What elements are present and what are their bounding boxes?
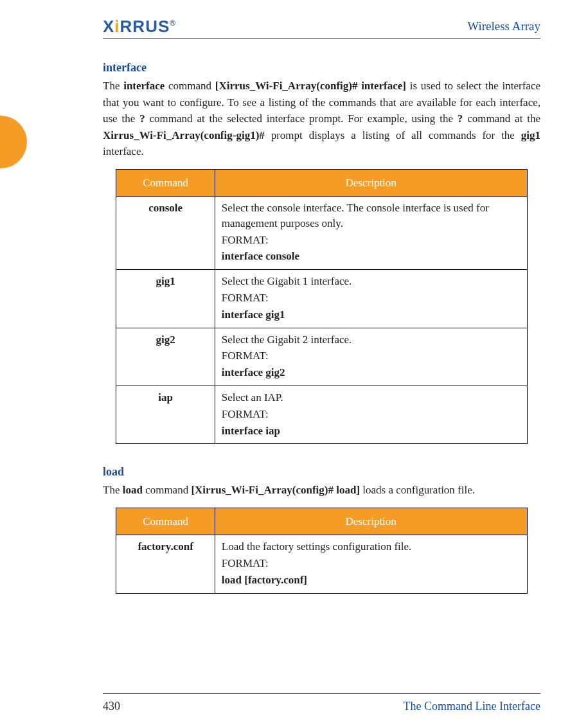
page-header: XiRRUS® Wireless Array: [103, 16, 540, 39]
page-content: interface The interface command [Xirrus_…: [103, 50, 540, 693]
logo-text: XiRRUS®: [103, 14, 176, 39]
cmd-cell: console: [116, 197, 215, 270]
desc-cell: Select an IAP.FORMAT:interface iap: [215, 386, 527, 443]
cmd-cell: iap: [116, 386, 215, 443]
logo-dot-icon: i: [114, 17, 120, 36]
col-command: Command: [116, 508, 215, 535]
col-command: Command: [116, 169, 215, 197]
table-row: gig1Select the Gigabit 1 interface.FORMA…: [116, 270, 527, 328]
table-row: iapSelect an IAP.FORMAT:interface iap: [116, 386, 527, 443]
load-table: Command Description factory.confLoad the…: [116, 508, 527, 594]
section-tab: [0, 116, 27, 168]
page-footer: 430 The Command Line Interface: [103, 693, 540, 715]
load-paragraph: The load command [Xirrus_Wi-Fi_Array(con…: [103, 482, 540, 499]
logo-reg: ®: [170, 19, 176, 28]
brand-logo: XiRRUS®: [103, 16, 176, 37]
logo-pre: X: [103, 17, 114, 36]
interface-paragraph: The interface command [Xirrus_Wi-Fi_Arra…: [103, 78, 540, 160]
col-description: Description: [215, 169, 527, 197]
section-heading-interface: interface: [103, 59, 540, 76]
table-row: factory.confLoad the factory settings co…: [116, 535, 527, 593]
table-row: consoleSelect the console interface. The…: [116, 197, 527, 270]
chapter-title: The Command Line Interface: [404, 698, 540, 715]
col-description: Description: [215, 508, 527, 535]
desc-cell: Select the Gigabit 1 interface.FORMAT:in…: [215, 270, 527, 328]
cmd-cell: factory.conf: [116, 535, 215, 593]
interface-table: Command Description consoleSelect the co…: [116, 169, 527, 445]
doc-title: Wireless Array: [467, 17, 540, 36]
logo-post: RRUS: [120, 17, 170, 36]
cmd-cell: gig2: [116, 328, 215, 386]
desc-cell: Select the Gigabit 2 interface.FORMAT:in…: [215, 328, 527, 386]
page-number: 430: [103, 698, 120, 715]
cmd-cell: gig1: [116, 270, 215, 328]
section-heading-load: load: [103, 463, 540, 481]
desc-cell: Load the factory settings configuration …: [215, 535, 527, 593]
table-row: gig2Select the Gigabit 2 interface.FORMA…: [116, 328, 527, 386]
desc-cell: Select the console interface. The consol…: [215, 197, 527, 270]
